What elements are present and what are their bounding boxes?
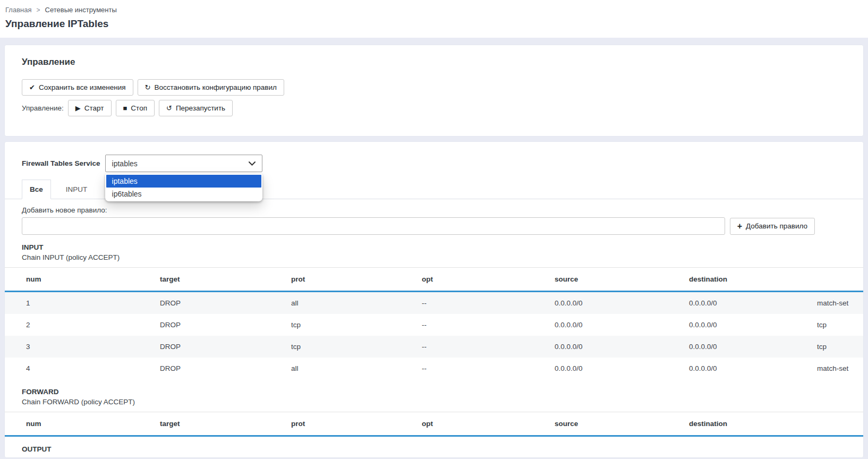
table-cell: DROP [156,358,287,379]
chain-input: INPUTChain INPUT (policy ACCEPT)numtarge… [22,243,846,379]
table-cell: -- [418,358,550,379]
stop-label: Стоп [131,104,147,112]
table-cell: DROP [156,314,287,336]
start-button[interactable]: ▶ Старт [68,100,112,116]
breadcrumb-home[interactable]: Главная [5,6,31,14]
column-header: source [550,267,685,291]
column-header: num [5,412,156,436]
table-cell: 0.0.0.0/0 [685,291,813,314]
table-cell: DROP [156,291,287,314]
table-cell: 0.0.0.0/0 [685,358,813,379]
check-icon: ✔ [29,84,35,91]
chain-title: FORWARD [22,388,846,397]
chain-table-wrap: numtargetprotoptsourcedestination [5,412,863,437]
chain-table-wrap: numtargetprotoptsourcedestination1DROPal… [5,267,863,379]
management-title: Управление [22,57,846,67]
add-rule-button-label: Добавить правило [746,222,807,230]
breadcrumb: Главная > Сетевые инструменты [5,6,863,14]
management-actions: ✔ Сохранить все изменения ↻ Восстановить… [22,79,846,96]
firewall-service-select-wrap: iptables iptablesip6tables [105,155,262,172]
stop-icon: ■ [123,105,127,112]
tab-input[interactable]: INPUT [58,180,95,199]
column-header: opt [418,412,550,436]
stop-button[interactable]: ■ Стоп [116,100,155,116]
save-all-button[interactable]: ✔ Сохранить все изменения [22,79,133,96]
control-label: Управление: [22,104,64,112]
table-cell: 4 [5,358,156,379]
chain-output: OUTPUT [22,445,846,454]
table-cell: tcp [287,336,418,358]
restart-button[interactable]: ↺ Перезапустить [159,100,233,116]
table-cell: tcp [287,314,418,336]
add-rule-row: + Добавить правило [22,217,815,235]
restore-config-label: Восстановить конфигурацию правил [154,83,276,91]
management-panel: Управление ✔ Сохранить все изменения ↻ В… [4,45,864,137]
table-cell: DROP [156,336,287,358]
table-header-row: numtargetprotoptsourcedestination [5,267,864,291]
new-rule-input[interactable] [22,217,725,235]
restore-config-button[interactable]: ↻ Восстановить конфигурацию правил [138,79,284,96]
firewall-service-dropdown: iptablesip6tables [105,174,262,201]
table-cell: 0.0.0.0/0 [550,314,685,336]
column-header: target [156,267,287,291]
table-cell: -- [418,291,550,314]
page-header: Главная > Сетевые инструменты Управление… [0,0,868,38]
column-header: source [550,412,685,436]
save-all-label: Сохранить все изменения [39,83,126,91]
play-icon: ▶ [75,105,81,112]
firewall-service-row: Firewall Tables Service iptables iptable… [22,155,846,172]
column-header: prot [287,412,418,436]
table-cell: all [287,291,418,314]
column-header [813,267,864,291]
start-label: Старт [84,104,104,112]
chain-subtitle: Chain INPUT (policy ACCEPT) [22,253,846,262]
add-rule-button[interactable]: + Добавить правило [730,218,815,235]
table-cell: 2 [5,314,156,336]
service-controls: Управление: ▶ Старт ■ Стоп ↺ Перезапусти… [22,100,846,116]
restart-icon: ↺ [166,105,172,112]
column-header: destination [685,412,813,436]
table-cell: -- [418,314,550,336]
table-cell: tcp [813,336,864,358]
table-row: 4DROPall--0.0.0.0/00.0.0.0/0match-set [5,358,864,379]
firewall-service-value: iptables [112,159,138,168]
chain-title: OUTPUT [22,445,846,454]
rules-panel: Firewall Tables Service iptables iptable… [4,141,864,458]
refresh-icon: ↻ [145,84,151,91]
page-title: Управление IPTables [5,18,863,30]
chain-subtitle: Chain FORWARD (policy ACCEPT) [22,398,846,407]
table-row: 3DROPtcp--0.0.0.0/00.0.0.0/0tcp [5,336,864,358]
table-row: 2DROPtcp--0.0.0.0/00.0.0.0/0tcp [5,314,864,336]
plus-icon: + [737,222,742,231]
table-cell: 1 [5,291,156,314]
table-row: 1DROPall--0.0.0.0/00.0.0.0/0match-set [5,291,864,314]
chevron-down-icon [249,162,256,166]
table-cell: tcp [813,314,864,336]
column-header: destination [685,267,813,291]
column-header [813,412,864,436]
table-cell: match-set [813,291,864,314]
table-cell: 3 [5,336,156,358]
table-cell: 0.0.0.0/0 [685,336,813,358]
table-cell: 0.0.0.0/0 [550,291,685,314]
dropdown-option-ip6tables[interactable]: ip6tables [106,188,261,200]
add-rule-label: Добавить новое правило: [22,206,846,214]
table-cell: -- [418,336,550,358]
firewall-service-select[interactable]: iptables [105,155,262,172]
table-cell: all [287,358,418,379]
breadcrumb-separator-icon: > [36,6,40,14]
chains: INPUTChain INPUT (policy ACCEPT)numtarge… [22,243,846,454]
table-cell: 0.0.0.0/0 [550,358,685,379]
chain-title: INPUT [22,243,846,252]
column-header: prot [287,267,418,291]
chain-table-forward: numtargetprotoptsourcedestination [5,412,864,437]
column-header: opt [418,267,550,291]
column-header: num [5,267,156,291]
chain-forward: FORWARDChain FORWARD (policy ACCEPT)numt… [22,388,846,437]
column-header: target [156,412,287,436]
tab-all[interactable]: Все [22,180,51,199]
table-cell: 0.0.0.0/0 [550,336,685,358]
dropdown-option-iptables[interactable]: iptables [106,175,261,188]
table-cell: 0.0.0.0/0 [685,314,813,336]
breadcrumb-section[interactable]: Сетевые инструменты [45,6,117,14]
